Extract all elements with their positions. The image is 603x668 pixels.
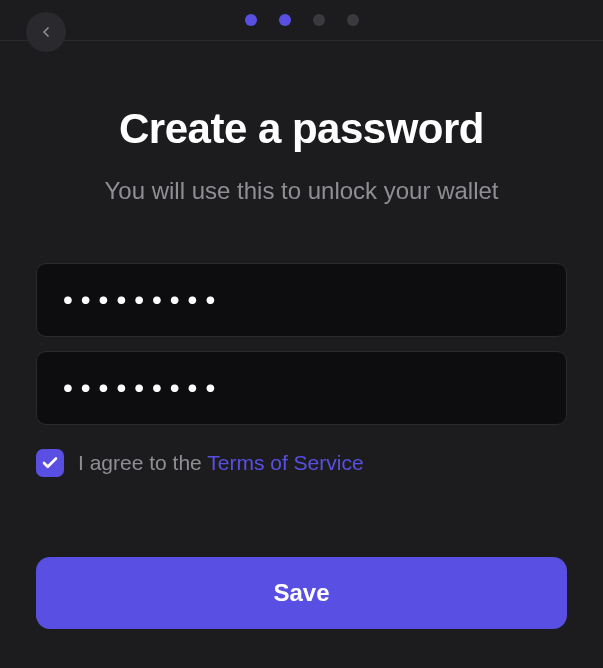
page-title: Create a password xyxy=(36,105,567,153)
password-form: I agree to the Terms of Service Save xyxy=(36,263,567,629)
step-indicator xyxy=(245,14,359,26)
content: Create a password You will use this to u… xyxy=(0,41,603,629)
save-button[interactable]: Save xyxy=(36,557,567,629)
terms-prefix: I agree to the xyxy=(78,451,207,474)
back-button[interactable] xyxy=(26,12,66,52)
terms-checkbox[interactable] xyxy=(36,449,64,477)
page-subtitle: You will use this to unlock your wallet xyxy=(36,177,567,205)
step-dot-1 xyxy=(245,14,257,26)
confirm-password-input[interactable] xyxy=(36,351,567,425)
password-input[interactable] xyxy=(36,263,567,337)
header xyxy=(0,0,603,41)
terms-row: I agree to the Terms of Service xyxy=(36,449,567,477)
step-dot-3 xyxy=(313,14,325,26)
terms-text: I agree to the Terms of Service xyxy=(78,451,364,475)
check-icon xyxy=(41,454,59,472)
step-dot-2 xyxy=(279,14,291,26)
chevron-left-icon xyxy=(38,24,54,40)
terms-link[interactable]: Terms of Service xyxy=(207,451,363,474)
step-dot-4 xyxy=(347,14,359,26)
